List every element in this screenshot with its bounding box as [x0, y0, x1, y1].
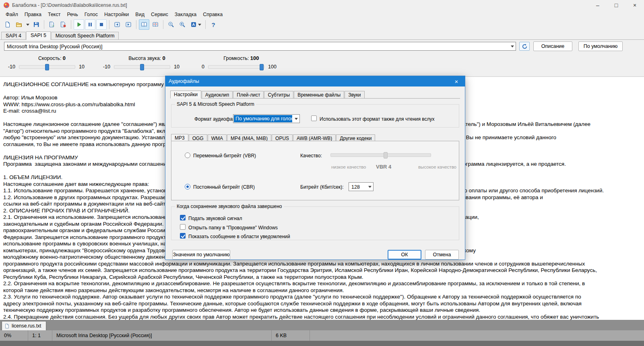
pause-button[interactable]	[85, 19, 95, 30]
watch-clipboard-button[interactable]	[139, 19, 149, 30]
combo-arrow[interactable]	[293, 115, 299, 123]
tab-sapi5[interactable]: SAPI 5	[26, 31, 51, 40]
tab-subtitles[interactable]: Субтитры	[264, 91, 293, 98]
refresh-icon	[522, 43, 528, 49]
chevron-down-icon	[26, 24, 29, 26]
status-filler	[310, 330, 644, 341]
next-fragment-button[interactable]	[123, 19, 134, 30]
open-file-button[interactable]	[14, 19, 24, 30]
show-notification-checkbox[interactable]	[180, 233, 186, 239]
open-file-dropdown[interactable]	[25, 19, 30, 30]
bitrate-combobox[interactable]: 128	[349, 182, 374, 191]
text-line: которой такие действия явно разрешены де…	[3, 287, 644, 294]
minimize-button[interactable]: –	[588, 0, 607, 10]
menu-item[interactable]: Речь	[64, 11, 81, 18]
pitch-min: -10	[101, 64, 110, 70]
menu-item[interactable]: Правка	[21, 11, 45, 18]
tab-sounds[interactable]: Звуки	[345, 91, 364, 98]
open-folder-checkbox[interactable]	[180, 224, 186, 230]
use-format-checkbox[interactable]	[311, 115, 317, 121]
voice-selected-value: Microsoft Irina Desktop [Русский (Россия…	[5, 43, 508, 50]
quality-label: Качество:	[300, 153, 322, 159]
sound-signal-checkbox[interactable]	[180, 215, 186, 220]
maximize-button[interactable]: □	[607, 0, 625, 10]
dialog-close-button[interactable]: ×	[448, 76, 465, 86]
vbr-radio[interactable]	[185, 152, 190, 158]
tab-opus[interactable]: OPUS	[272, 134, 293, 141]
description-button[interactable]: Описание	[533, 41, 572, 51]
cbr-radio[interactable]	[185, 184, 190, 189]
voice-sliders: Скорость: 0 -10 10 Высота звука: 0 -10 1…	[0, 54, 644, 76]
volume-slider-thumb[interactable]	[260, 64, 264, 70]
use-format-label: Использовать этот формат также для чтени…	[320, 116, 435, 122]
play-button[interactable]	[74, 19, 84, 30]
tab-temp-files[interactable]: Временные файлы	[294, 91, 344, 98]
pitch-slider-group: Высота звука: 0 -10 10	[101, 55, 182, 70]
rate-slider-thumb[interactable]	[45, 64, 49, 70]
pitch-slider[interactable]	[114, 65, 170, 69]
volume-slider[interactable]	[208, 65, 264, 69]
audio-format-combobox[interactable]: По умолчанию для голоса	[233, 114, 300, 123]
tab-playlist[interactable]: Плей-лист	[233, 91, 264, 98]
document-tab[interactable]: license.rus.txt	[2, 321, 46, 330]
stop-icon	[98, 21, 105, 28]
tab-settings[interactable]: Настройки	[170, 91, 201, 99]
close-button[interactable]: ×	[625, 0, 644, 10]
defaults-button[interactable]: Значения по умолчанию	[172, 250, 230, 260]
tab-sapi4[interactable]: SAPI 4	[1, 32, 26, 39]
default-voice-button[interactable]: По умолчанию	[578, 41, 623, 51]
save-audio-file-button[interactable]	[58, 19, 68, 30]
magnifier-increase-button[interactable]	[177, 19, 188, 30]
menu-item[interactable]: Настройки	[101, 11, 132, 18]
status-caret-position: 1: 1	[28, 330, 52, 341]
voice-list-dropdown-button[interactable]	[188, 19, 203, 30]
menu-item[interactable]: Сервис	[148, 11, 171, 18]
stop-button[interactable]	[96, 19, 107, 30]
toolbar-separator	[163, 20, 163, 29]
magnifier-decrease-button[interactable]	[166, 19, 176, 30]
quality-slider[interactable]	[330, 153, 431, 157]
help-button[interactable]: ?	[208, 19, 219, 30]
tab-microsoft-speech-platform[interactable]: Microsoft Speech Platform	[51, 32, 119, 39]
menu-item[interactable]: Справка	[200, 11, 226, 18]
rate-slider[interactable]	[19, 65, 75, 69]
open-folder-icon	[16, 21, 22, 28]
title-bar: Балаболка - [D:\Downloads\Balabolka\lice…	[0, 0, 644, 10]
save-file-button[interactable]	[31, 19, 41, 30]
next-fragment-icon	[125, 21, 132, 28]
text-line: 2.3. Услуги по технической поддержке. Ав…	[3, 294, 644, 301]
cancel-button[interactable]: Отмена	[425, 250, 459, 260]
new-document-icon	[4, 21, 11, 28]
window-title: Балаболка - [D:\Downloads\Balabolka\lice…	[12, 2, 127, 8]
ok-button[interactable]: ОК	[388, 250, 421, 260]
subtitles-button[interactable]	[150, 19, 161, 30]
voice-row: Microsoft Irina Desktop [Русский (Россия…	[0, 40, 644, 53]
previous-fragment-button[interactable]	[112, 19, 122, 30]
menu-item[interactable]: Текст	[45, 11, 64, 18]
tab-wma[interactable]: WMA	[208, 134, 227, 141]
export-text-button[interactable]	[47, 19, 57, 30]
text-line: адресу электронной почты, указанному на …	[3, 301, 644, 307]
rate-min: -10	[6, 64, 15, 70]
mp3-panel	[171, 141, 459, 200]
tab-mp4[interactable]: MP4 (M4A, M4B)	[227, 134, 271, 141]
tab-ogg[interactable]: OGG	[189, 134, 207, 141]
volume-max: 100	[268, 64, 277, 70]
combo-arrow[interactable]	[509, 42, 516, 50]
toolbar-separator	[136, 20, 136, 29]
toolbar-separator	[71, 20, 71, 29]
tab-audioclip[interactable]: Аудиоклип	[202, 91, 233, 98]
menu-item[interactable]: Файл	[2, 11, 21, 18]
menu-item[interactable]: Вид	[132, 11, 148, 18]
tab-other-codecs[interactable]: Другие кодеки	[336, 134, 375, 141]
new-document-button[interactable]	[2, 19, 13, 30]
tab-awb[interactable]: AWB (AMR-WB)	[293, 134, 336, 141]
combo-arrow[interactable]	[366, 183, 373, 191]
menu-item[interactable]: Закладка	[171, 11, 200, 18]
menu-item[interactable]: Голос	[81, 11, 101, 18]
voice-combobox[interactable]: Microsoft Irina Desktop [Русский (Россия…	[4, 42, 516, 51]
quality-high-label: высокое качество	[418, 165, 456, 169]
pitch-slider-thumb[interactable]	[140, 64, 144, 70]
refresh-voices-button[interactable]	[519, 42, 530, 51]
quality-slider-thumb[interactable]	[384, 152, 388, 159]
